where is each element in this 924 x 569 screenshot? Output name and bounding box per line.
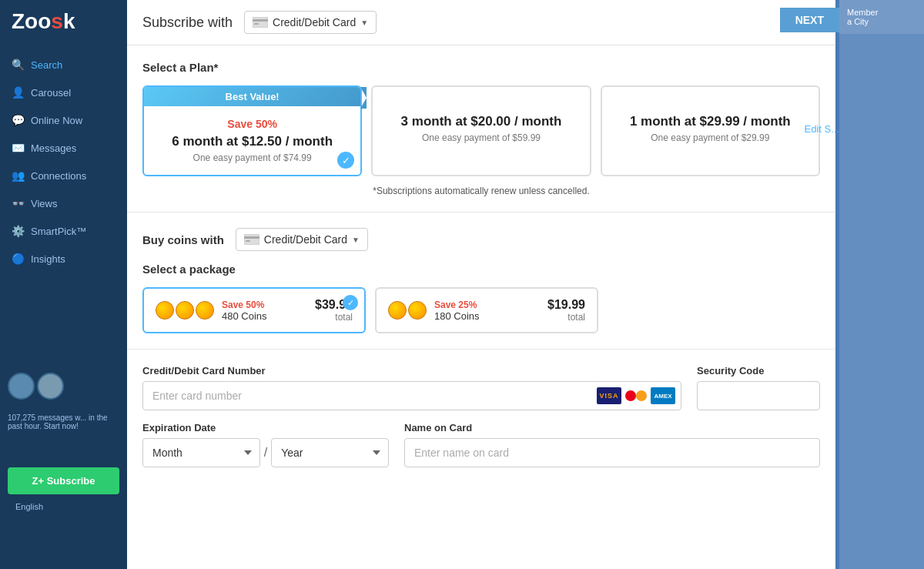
svg-rect-5	[246, 240, 250, 242]
modal-overlay: Subscribe with Credit/Debit Card ▼ Selec…	[127, 0, 835, 569]
mastercard-logo	[624, 388, 648, 403]
mc-left-circle	[625, 390, 636, 401]
views-icon: 👓	[12, 197, 25, 209]
sidebar-item-search[interactable]: 🔍 Search	[0, 51, 127, 79]
buy-coins-section: Buy coins with Credit/Debit Card ▼ Selec…	[127, 213, 835, 350]
sidebar-item-carousel[interactable]: 👤 Carousel	[0, 79, 127, 106]
member-label: Member	[847, 8, 916, 17]
auto-renew-note: *Subscriptions automatically renew unles…	[142, 186, 820, 196]
edit-button[interactable]: Edit S...	[804, 123, 839, 135]
avatar	[37, 373, 64, 400]
year-select[interactable]: Year 2024 2025 2026 2027 2028 2029 2030	[271, 438, 389, 467]
card-logos: VISA AMEX	[597, 387, 675, 404]
sidebar: Zoosk 🔍 Search 👤 Carousel 💬 Online Now ✉…	[0, 0, 127, 569]
expiry-row: Month 01 02 03 04 05 06 07 08 09 10 11 1…	[142, 438, 389, 467]
package-info-480: Save 50% 480 Coins	[222, 300, 307, 322]
coin-2	[408, 301, 427, 320]
package-coins-480: 480 Coins	[222, 310, 307, 322]
subscribe-with-label: Subscribe with	[142, 15, 233, 31]
connections-icon: 👥	[12, 169, 25, 182]
avatar-area	[8, 373, 64, 400]
smartpick-icon: ⚙️	[12, 225, 25, 237]
card-input-wrapper: VISA AMEX	[142, 381, 681, 410]
best-value-banner: Best Value!	[144, 87, 360, 106]
plan-main-1month: 1 month at $29.99 / month	[614, 114, 807, 129]
security-code-input[interactable]	[697, 381, 820, 410]
select-package-title: Select a package	[142, 263, 820, 276]
package-price-180: $19.99 total	[547, 298, 585, 323]
plan-main-6month: 6 month at $12.50 / month	[156, 134, 349, 149]
payment-section: Credit/Debit Card Number VISA AMEX Secur…	[127, 350, 835, 494]
package-save-480: Save 50%	[222, 300, 307, 310]
expiry-label: Expiration Date	[142, 422, 389, 433]
month-select[interactable]: Month 01 02 03 04 05 06 07 08 09 10 11 1…	[142, 438, 260, 467]
name-on-card-group: Name on Card	[404, 422, 820, 467]
package-card-180[interactable]: Save 25% 180 Coins $19.99 total ✓	[375, 287, 598, 333]
coin-2	[176, 301, 194, 320]
name-on-card-input[interactable]	[404, 438, 820, 467]
amex-logo: AMEX	[651, 387, 675, 404]
plan-sub-6month: One easy payment of $74.99	[156, 152, 349, 163]
coins-payment-dropdown[interactable]: Credit/Debit Card ▼	[236, 228, 368, 251]
expiry-name-row: Expiration Date Month 01 02 03 04 05 06 …	[142, 422, 820, 467]
package-cards: Save 50% 480 Coins $39.99 total ✓ Save 2…	[142, 287, 820, 333]
card-icon	[253, 17, 268, 28]
package-total-180: total	[547, 312, 585, 323]
language-selector: English	[8, 498, 119, 515]
security-code-label: Security Code	[697, 365, 820, 377]
coins-dropdown-arrow-icon: ▼	[352, 236, 360, 244]
carousel-icon: 👤	[12, 86, 25, 99]
coins-payment-label: Credit/Debit Card	[264, 233, 347, 246]
package-card-480[interactable]: Save 50% 480 Coins $39.99 total ✓	[142, 287, 366, 333]
coins-card-icon	[244, 234, 259, 245]
member-location: a City	[847, 17, 916, 26]
plan-card-1month[interactable]: 1 month at $29.99 / month One easy payme…	[601, 85, 820, 176]
package-check-480: ✓	[343, 295, 358, 310]
app-logo: Zoosk	[0, 0, 127, 43]
sidebar-item-smartpick[interactable]: ⚙️ SmartPick™	[0, 217, 127, 245]
card-number-label: Credit/Debit Card Number	[142, 365, 681, 377]
coin-1	[388, 301, 407, 320]
coin-3	[196, 301, 214, 320]
plan-sub-1month: One easy payment of $29.99	[614, 132, 807, 143]
card-number-group: Credit/Debit Card Number VISA AMEX	[142, 365, 681, 410]
package-coins-180: 180 Coins	[434, 310, 540, 322]
plan-card-6month[interactable]: Best Value! Save 50% 6 month at $12.50 /…	[142, 85, 362, 176]
select-plan-section: Select a Plan* Best Value! Save 50% 6 mo…	[127, 45, 835, 213]
svg-rect-1	[253, 19, 268, 22]
mc-right-circle	[636, 390, 647, 401]
coin-icons-180	[388, 301, 427, 320]
select-plan-title: Select a Plan*	[142, 61, 820, 74]
buy-coins-title: Buy coins with	[142, 233, 224, 246]
search-icon: 🔍	[12, 59, 25, 71]
plan-cards: Best Value! Save 50% 6 month at $12.50 /…	[142, 85, 820, 176]
visa-logo: VISA	[597, 387, 621, 404]
sidebar-item-insights[interactable]: 🔵 Insights	[0, 245, 127, 273]
subscribe-payment-label: Credit/Debit Card	[273, 16, 356, 28]
coin-icons-480	[156, 301, 214, 320]
plan-save-6month: Save 50%	[156, 118, 349, 130]
package-total-480: total	[315, 312, 353, 323]
dropdown-arrow-icon: ▼	[360, 18, 368, 27]
svg-rect-0	[253, 17, 268, 28]
security-code-group: Security Code	[697, 365, 820, 410]
svg-rect-3	[244, 234, 259, 245]
coins-header: Buy coins with Credit/Debit Card ▼	[142, 228, 820, 251]
sidebar-bottom: 107,275 messages w... in the past hour. …	[0, 452, 127, 523]
card-number-row: Credit/Debit Card Number VISA AMEX Secur…	[142, 365, 820, 410]
subscribe-button[interactable]: Z+ Subscribe	[8, 467, 119, 494]
sidebar-item-messages[interactable]: ✉️ Messages	[0, 134, 127, 162]
subscribe-payment-dropdown[interactable]: Credit/Debit Card ▼	[244, 11, 377, 34]
sidebar-item-connections[interactable]: 👥 Connections	[0, 162, 127, 189]
insights-icon: 🔵	[12, 253, 25, 265]
package-info-180: Save 25% 180 Coins	[434, 300, 540, 322]
sidebar-item-online[interactable]: 💬 Online Now	[0, 106, 127, 134]
coin-1	[156, 301, 174, 320]
plan-main-3month: 3 month at $20.00 / month	[384, 114, 578, 129]
next-button-top[interactable]: NEXT	[780, 8, 839, 32]
avatar	[8, 373, 35, 400]
plan-card-3month[interactable]: 3 month at $20.00 / month One easy payme…	[371, 85, 591, 176]
member-header: Member a City	[839, 0, 924, 34]
plan-check-6month: ✓	[337, 152, 354, 169]
sidebar-item-views[interactable]: 👓 Views	[0, 189, 127, 217]
